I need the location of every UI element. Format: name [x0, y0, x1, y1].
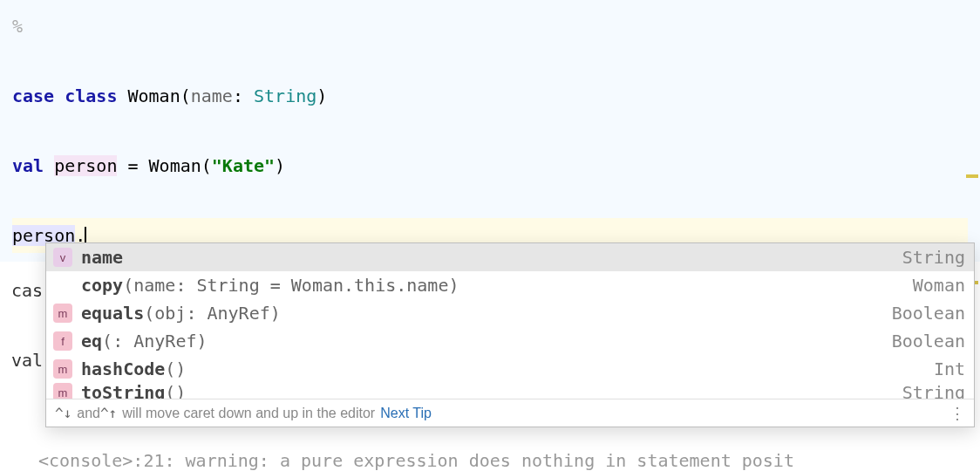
next-tip-link[interactable]: Next Tip	[380, 406, 432, 421]
m-kind-icon: m	[53, 359, 72, 379]
blank-line	[12, 44, 968, 78]
completion-item[interactable]: vnameString	[46, 243, 974, 271]
completion-signature: eq(: AnyRef)	[81, 331, 881, 352]
completion-signature: equals(obj: AnyRef)	[81, 303, 881, 324]
completion-item[interactable]: feq(: AnyRef)Boolean	[46, 327, 974, 355]
completion-item[interactable]: mtoString()String	[46, 383, 974, 399]
f-kind-icon: f	[53, 331, 72, 351]
completion-signature: copy(name: String = Woman.this.name)	[81, 275, 902, 296]
equals: =	[117, 155, 148, 176]
prompt-line: %	[12, 9, 968, 44]
blank-line	[12, 113, 968, 148]
code-line-2: val person = Woman("Kate")	[12, 148, 968, 183]
paren-close: )	[275, 155, 285, 176]
completion-return-type: Boolean	[881, 303, 965, 324]
paren-open: (	[180, 85, 191, 106]
completion-return-type: String	[892, 247, 965, 268]
completion-signature: toString()	[81, 383, 892, 399]
ctor-name: Woman	[149, 155, 201, 176]
paren-close: )	[316, 85, 327, 106]
colon: :	[233, 85, 254, 106]
string-literal: "Kate"	[212, 155, 275, 176]
keyword-val: val	[12, 155, 44, 176]
class-name: Woman	[127, 85, 180, 106]
obscured-code-val: val	[11, 350, 43, 371]
blank-kind-icon	[53, 276, 72, 295]
paren-open: (	[201, 155, 212, 176]
completion-return-type: Boolean	[881, 331, 965, 352]
m-kind-icon: m	[53, 383, 72, 399]
prompt-symbol: %	[12, 16, 23, 37]
val-name: person	[54, 155, 117, 176]
completion-return-type: Int	[923, 358, 965, 379]
completion-item[interactable]: copy(name: String = Woman.this.name)Woma…	[46, 271, 974, 299]
code-line-1: case class Woman(name: String)	[12, 78, 968, 113]
keyword-class: class	[65, 85, 117, 106]
console-output-fragment: <console>:21: warning: a pure expression…	[38, 450, 794, 471]
obscured-code-case: cas	[11, 280, 43, 301]
tip-text: will move caret down and up in the edito…	[122, 406, 375, 421]
completion-tipbar: ^↓ and ^↑ will move caret down and up in…	[46, 399, 974, 427]
param-name: name	[191, 85, 233, 106]
completion-item[interactable]: mequals(obj: AnyRef)Boolean	[46, 299, 974, 327]
completion-return-type: Woman	[902, 275, 965, 296]
completion-item[interactable]: mhashCode()Int	[46, 355, 974, 383]
v-kind-icon: v	[53, 248, 72, 267]
completion-signature: hashCode()	[81, 358, 923, 379]
more-menu-icon[interactable]: ⋮	[949, 408, 965, 419]
tip-keys-up: ^↑	[100, 405, 117, 421]
completion-signature: name	[81, 247, 892, 268]
code-editor[interactable]: % case class Woman(name: String) val per…	[0, 0, 980, 262]
blank-line	[12, 183, 968, 218]
tip-keys-down: ^↓	[55, 405, 71, 421]
warning-mark[interactable]	[966, 174, 978, 178]
type-string: String	[254, 85, 316, 106]
keyword-case: case	[12, 85, 54, 106]
completion-popup[interactable]: vnameStringcopy(name: String = Woman.thi…	[45, 242, 975, 427]
completion-return-type: String	[892, 383, 965, 399]
tip-and: and	[77, 406, 100, 421]
m-kind-icon: m	[53, 304, 72, 323]
